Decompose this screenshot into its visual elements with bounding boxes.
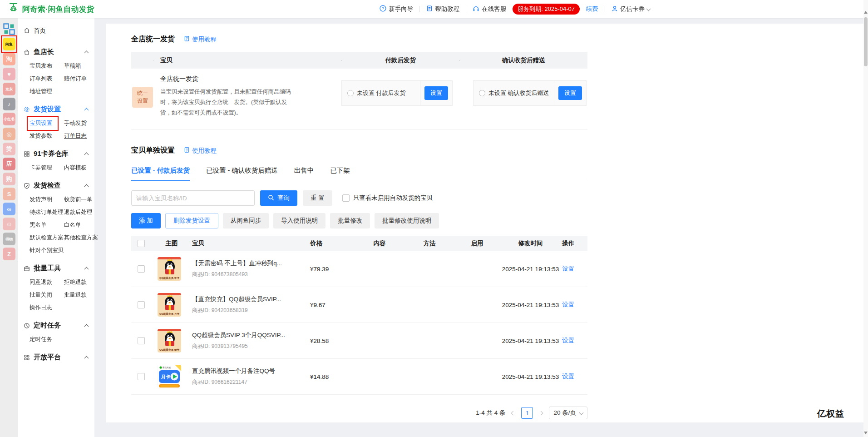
search-input[interactable] <box>131 190 255 206</box>
sidebar-item-宝贝设置[interactable]: 宝贝设置 <box>30 119 52 127</box>
row-settings-link[interactable]: 设置 <box>562 373 574 380</box>
tab-已设置 - 确认收货后赠送[interactable]: 已设置 - 确认收货后赠送 <box>206 166 278 181</box>
action-button-批量修改[interactable]: 批量修改 <box>330 213 370 228</box>
filter-unenabled[interactable]: 只查看未启用自动发货的宝贝 <box>342 194 433 202</box>
sidebar-item-针对个别宝贝[interactable]: 针对个别宝贝 <box>30 247 64 254</box>
sidebar-item-订单列表[interactable]: 订单列表 <box>30 75 52 83</box>
sidebar-item-草稿箱[interactable]: 草稿箱 <box>64 62 81 70</box>
action-button-从闲鱼同步[interactable]: 从闲鱼同步 <box>223 213 269 228</box>
rail-taobao-icon[interactable]: 淘 <box>3 53 15 65</box>
sidebar-section-label: 开放平台 <box>34 353 61 362</box>
sidebar-section-定时任务[interactable]: 定时任务 <box>18 318 94 333</box>
action-button-导入使用说明[interactable]: 导入使用说明 <box>273 213 326 228</box>
action-button-添加[interactable]: 添 加 <box>131 213 161 228</box>
help-link[interactable]: 帮助教程 <box>426 5 459 13</box>
sidebar-item-地址管理[interactable]: 地址管理 <box>30 88 52 95</box>
rail-zhuanzhuan-icon[interactable]: Z <box>3 248 15 260</box>
query-button[interactable]: 查询 <box>260 190 297 206</box>
sidebar-item-退款后处理[interactable]: 退款后处理 <box>64 209 93 216</box>
sidebar-item-默认检查方案[interactable]: 默认检查方案 <box>30 234 64 242</box>
sidebar-item-订单日志[interactable]: 订单日志 <box>64 132 87 140</box>
sidebar-section: 发货检查发货声明收货前一单特殊订单处理退款后处理黑名单白名单默认检查方案其他检查… <box>18 179 94 255</box>
row-checkbox[interactable] <box>138 337 145 344</box>
sidebar-item-宝贝发布[interactable]: 宝贝发布 <box>30 62 52 70</box>
rail-weidian-icon[interactable]: 店 <box>3 158 15 170</box>
rail-xianyu-icon[interactable]: 闲鱼 <box>3 38 15 50</box>
service-link[interactable]: 在线客服 <box>473 5 506 13</box>
tab-出售中[interactable]: 出售中 <box>294 166 314 181</box>
unified-tutorial-link[interactable]: 使用教程 <box>184 35 217 44</box>
unified-table-header: 宝贝 付款后发货 确认收货后赠送 <box>131 52 587 69</box>
rail-douyin-icon[interactable]: ♪ <box>3 98 15 110</box>
section-divider <box>131 129 587 129</box>
rail-link-platform-icon[interactable]: ∞ <box>3 203 15 215</box>
pay-ship-radio[interactable] <box>347 90 354 96</box>
vertical-scrollbar[interactable] <box>863 0 868 437</box>
row-settings-link[interactable]: 设置 <box>562 265 574 272</box>
individual-tutorial-link[interactable]: 使用教程 <box>184 147 217 155</box>
sidebar-item-批量退款[interactable]: 批量退款 <box>64 291 87 299</box>
rail-jd-icon[interactable]: 京东 <box>3 83 15 95</box>
sidebar-item-收货前一单[interactable]: 收货前一单 <box>64 196 93 204</box>
chevron-up-icon <box>84 356 89 361</box>
sidebar-item-同意退款[interactable]: 同意退款 <box>30 278 52 286</box>
action-button-批量修改使用说明[interactable]: 批量修改使用说明 <box>375 213 439 228</box>
sidebar-section-发货设置[interactable]: 发货设置 <box>18 102 94 116</box>
rail-heart-platform-icon[interactable]: ♥ <box>3 68 15 80</box>
rail-app-switcher-icon[interactable] <box>3 23 15 35</box>
row-settings-link[interactable]: 设置 <box>562 301 574 308</box>
document-icon <box>184 35 190 43</box>
rail-dewu-icon[interactable]: 得物 <box>3 233 15 245</box>
prev-page-button[interactable] <box>511 412 516 415</box>
rail-kuaishou-icon[interactable]: ◎ <box>3 128 15 140</box>
rail-shopee-icon[interactable]: S <box>3 188 15 200</box>
action-button-删除发货设置[interactable]: 删除发货设置 <box>165 213 218 228</box>
select-all-checkbox[interactable] <box>138 240 145 247</box>
sidebar-item-黑名单[interactable]: 黑名单 <box>30 221 47 229</box>
sidebar-section-鱼店长[interactable]: 鱼店长 <box>18 45 94 59</box>
sidebar-item-其他检查方案[interactable]: 其他检查方案 <box>64 234 98 242</box>
scroll-down-arrow[interactable] <box>864 432 868 434</box>
sidebar-item-内容模板[interactable]: 内容模板 <box>64 164 87 172</box>
rail-smile-platform-icon[interactable]: ☺ <box>3 218 15 230</box>
account-menu[interactable]: 亿信卡券 <box>612 5 650 13</box>
sidebar-item-操作日志[interactable]: 操作日志 <box>30 304 52 312</box>
row-checkbox[interactable] <box>138 373 145 380</box>
sidebar-section-批量工具[interactable]: 批量工具 <box>18 261 94 275</box>
sidebar-item-卡券管理[interactable]: 卡券管理 <box>30 164 52 172</box>
rail-like-platform-icon[interactable]: 赞 <box>3 143 15 155</box>
pay-ship-set-button[interactable]: 设置 <box>424 86 448 100</box>
next-page-button[interactable] <box>538 412 543 415</box>
rail-bag-platform-icon[interactable]: 购 <box>3 173 15 185</box>
sidebar-item-手动发货[interactable]: 手动发货 <box>64 119 87 127</box>
sidebar-item-白名单[interactable]: 白名单 <box>64 221 81 229</box>
gift-set-button[interactable]: 设置 <box>558 86 582 100</box>
tab-已设置 - 付款后发货[interactable]: 已设置 - 付款后发货 <box>131 166 190 181</box>
sidebar-section-开放平台[interactable]: 开放平台 <box>18 350 94 364</box>
filter-checkbox[interactable] <box>342 194 350 202</box>
sidebar-section-91卡券仓库[interactable]: 91卡券仓库 <box>18 147 94 161</box>
scrollbar-thumb[interactable] <box>864 17 868 66</box>
reset-button[interactable]: 重 置 <box>303 190 332 206</box>
renew-link[interactable]: 续费 <box>586 5 598 13</box>
page-size-select[interactable]: 20 条/页 <box>549 407 587 419</box>
sidebar-item-定时任务[interactable]: 定时任务 <box>30 336 52 343</box>
sidebar-item-home[interactable]: 首页 <box>18 23 94 39</box>
chevron-up-icon <box>84 184 89 189</box>
sidebar-item-批量关闭[interactable]: 批量关闭 <box>30 291 52 299</box>
page-1-button[interactable]: 1 <box>521 407 533 419</box>
row-checkbox[interactable] <box>138 265 145 273</box>
row-settings-link[interactable]: 设置 <box>562 337 574 344</box>
sidebar-item-拒绝退款[interactable]: 拒绝退款 <box>64 278 87 286</box>
gift-radio[interactable] <box>479 90 485 96</box>
tab-已下架[interactable]: 已下架 <box>330 166 350 181</box>
sidebar-section-发货检查[interactable]: 发货检查 <box>18 179 94 193</box>
sidebar-item-发货声明[interactable]: 发货声明 <box>30 196 52 204</box>
sidebar-item-发货参数[interactable]: 发货参数 <box>30 132 52 140</box>
row-checkbox[interactable] <box>138 301 145 308</box>
sidebar-item-特殊订单处理[interactable]: 特殊订单处理 <box>30 209 64 216</box>
scroll-up-arrow[interactable] <box>864 11 868 14</box>
rail-xiaohongshu-icon[interactable]: 小红书 <box>3 113 15 125</box>
sidebar-item-赔付订单[interactable]: 赔付订单 <box>64 75 87 83</box>
guide-link[interactable]: ? 新手向导 <box>380 5 413 13</box>
